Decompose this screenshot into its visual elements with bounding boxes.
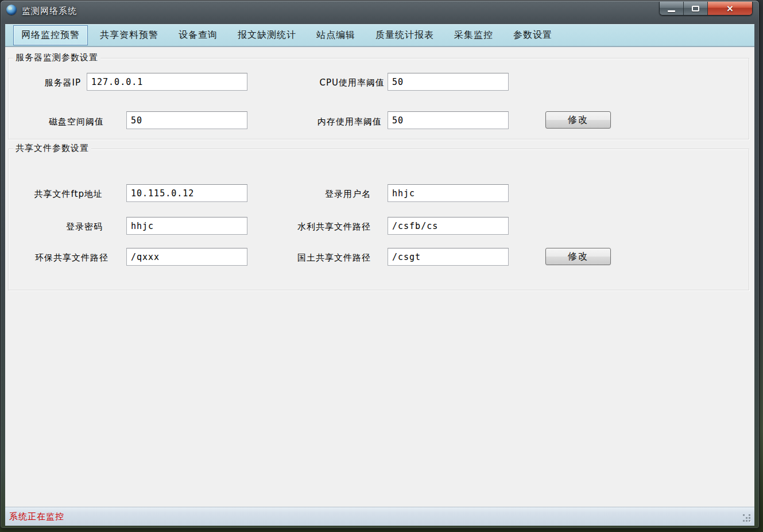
window-title: 监测网络系统 [22,6,77,17]
env-share-path-input[interactable] [126,248,247,266]
disk-threshold-input[interactable] [126,111,247,129]
memory-threshold-input[interactable] [388,111,509,129]
tab-network-monitor-alert[interactable]: 网络监控预警 [13,25,88,45]
status-bar: 系统正在监控 [5,507,754,526]
server-ip-label: 服务器IP [18,77,81,88]
window-controls: × [659,2,753,15]
tab-bar: 网络监控预警 共享资料预警 设备查询 报文缺测统计 站点编辑 质量统计报表 采集… [5,24,754,47]
login-username-input[interactable] [388,184,509,202]
login-password-input[interactable] [126,217,247,235]
disk-threshold-label: 磁盘空间阈值 [29,116,104,127]
globe-icon [6,5,17,15]
cpu-threshold-input[interactable] [388,73,509,91]
tab-quality-report[interactable]: 质量统计报表 [367,25,442,45]
share-params-groupbox: 共享文件参数设置 [8,149,749,290]
resize-grip-icon[interactable] [743,514,745,516]
tab-parameter-settings[interactable]: 参数设置 [505,25,560,45]
close-button[interactable]: × [708,2,752,15]
server-ip-input[interactable] [87,73,247,91]
login-password-label: 登录密码 [17,221,103,232]
land-share-path-input[interactable] [388,248,509,266]
env-share-path-label: 环保共享文件路径 [17,252,109,263]
ftp-address-label: 共享文件ftp地址 [17,188,103,200]
maximize-button[interactable] [684,2,708,15]
tab-collection-monitor[interactable]: 采集监控 [446,25,501,45]
tab-station-edit[interactable]: 站点编辑 [308,25,363,45]
server-params-group-title: 服务器监测参数设置 [13,52,100,63]
tab-device-query[interactable]: 设备查询 [171,25,226,45]
tab-shared-data-alert[interactable]: 共享资料预警 [92,25,166,45]
share-params-group-title: 共享文件参数设置 [13,142,91,154]
share-modify-button[interactable]: 修改 [545,248,611,265]
content-area: 服务器监测参数设置 服务器IP CPU使用率阈值 磁盘空间阈值 内存使用率阈值 … [5,47,754,507]
title-bar[interactable]: 监测网络系统 × [1,1,759,24]
land-share-path-label: 国土共享文件路径 [285,252,371,263]
memory-threshold-label: 内存使用率阈值 [299,116,382,127]
app-window: 监测网络系统 × 网络监控预警 共享资料预警 设备查询 报文缺测统计 站点编辑 … [0,0,760,529]
login-username-label: 登录用户名 [311,188,371,200]
ftp-address-input[interactable] [126,184,247,202]
water-share-path-label: 水利共享文件路径 [286,221,371,232]
status-message: 系统正在监控 [9,511,64,522]
server-modify-button[interactable]: 修改 [545,111,611,129]
cpu-threshold-label: CPU使用率阈值 [308,77,385,88]
water-share-path-input[interactable] [388,217,509,235]
minimize-button[interactable] [660,2,684,15]
minimize-icon [668,10,675,12]
close-icon: × [726,4,734,13]
tab-message-missing-stats[interactable]: 报文缺测统计 [230,25,304,45]
maximize-icon [692,6,699,11]
